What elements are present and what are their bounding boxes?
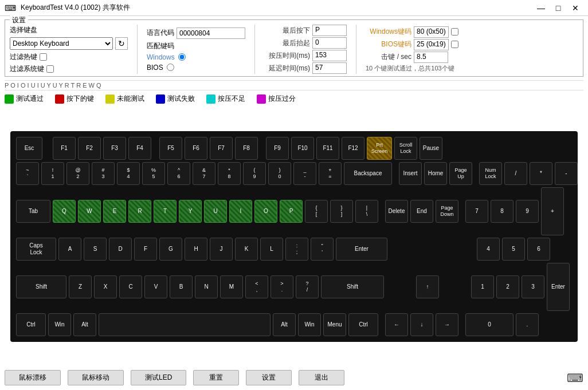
key-backslash[interactable]: |\ <box>355 200 378 223</box>
key-backtick[interactable]: ~` <box>16 162 39 185</box>
key-a[interactable]: A <box>58 238 81 261</box>
key-v[interactable]: V <box>144 275 167 298</box>
key-f4[interactable]: F4 <box>128 137 151 160</box>
key-numslash[interactable]: / <box>504 162 527 185</box>
key-w[interactable]: W <box>78 200 101 223</box>
settings-button[interactable]: 设置 <box>246 370 292 385</box>
key-scrlk[interactable]: ScrollLock <box>394 137 417 160</box>
key-left[interactable]: ← <box>385 313 408 336</box>
key-num2[interactable]: 2 <box>496 275 519 298</box>
key-delete[interactable]: Delete <box>385 200 408 223</box>
key-l[interactable]: L <box>260 238 283 261</box>
key-esc[interactable]: Esc <box>16 137 42 160</box>
key-pause[interactable]: Pause <box>420 137 442 160</box>
key-prtsc[interactable]: PrtScreen <box>367 137 392 160</box>
key-numplus[interactable]: + <box>541 187 564 235</box>
key-f11[interactable]: F11 <box>316 137 339 160</box>
key-f6[interactable]: F6 <box>185 137 207 160</box>
key-end[interactable]: End <box>410 200 433 223</box>
key-i[interactable]: I <box>229 200 252 223</box>
key-numminus[interactable]: - <box>555 162 578 185</box>
mouse-hover-button[interactable]: 鼠标漂移 <box>5 370 61 385</box>
key-pagedown[interactable]: PageDown <box>436 200 458 223</box>
key-5[interactable]: %5 <box>142 162 165 185</box>
maximize-button[interactable]: □ <box>550 2 566 14</box>
mouse-move-button[interactable]: 鼠标移动 <box>68 370 124 385</box>
bios-radio[interactable] <box>167 64 174 71</box>
key-q[interactable]: Q <box>53 200 76 223</box>
key-alt-right[interactable]: Alt <box>273 313 296 336</box>
key-num0[interactable]: 0 <box>465 313 513 336</box>
key-enter[interactable]: Enter <box>336 238 387 261</box>
key-win-left[interactable]: Win <box>48 313 71 336</box>
key-e[interactable]: E <box>103 200 126 223</box>
key-ctrl-left[interactable]: Ctrl <box>16 313 46 336</box>
key-t[interactable]: T <box>154 200 177 223</box>
key-n[interactable]: N <box>195 275 218 298</box>
key-f8[interactable]: F8 <box>235 137 258 160</box>
key-1[interactable]: !1 <box>41 162 64 185</box>
key-8[interactable]: *8 <box>218 162 241 185</box>
key-f12[interactable]: F12 <box>342 137 364 160</box>
exit-button[interactable]: 退出 <box>299 370 344 385</box>
lang-code-input[interactable]: 00000804 <box>177 27 245 39</box>
key-f7[interactable]: F7 <box>210 137 233 160</box>
key-slash[interactable]: ?/ <box>296 275 319 298</box>
key-f1[interactable]: F1 <box>53 137 76 160</box>
key-period[interactable]: >. <box>271 275 293 298</box>
reset-button[interactable]: 重置 <box>193 370 239 385</box>
key-f3[interactable]: F3 <box>103 137 126 160</box>
key-equals[interactable]: += <box>319 162 342 185</box>
key-quote[interactable]: "' <box>311 238 334 261</box>
key-shift-left[interactable]: Shift <box>16 275 66 298</box>
key-num7[interactable]: 7 <box>465 200 488 223</box>
key-j[interactable]: J <box>210 238 233 261</box>
key-z[interactable]: Z <box>69 275 92 298</box>
key-f10[interactable]: F10 <box>291 137 314 160</box>
key-tab[interactable]: Tab <box>16 200 50 223</box>
key-f9[interactable]: F9 <box>266 137 289 160</box>
minimize-button[interactable]: — <box>533 2 549 14</box>
key-num3[interactable]: 3 <box>522 275 544 298</box>
key-p[interactable]: P <box>280 200 303 223</box>
keyboard-select[interactable]: Desktop Keyboard <box>10 37 113 50</box>
key-s[interactable]: S <box>84 238 107 261</box>
key-pageup[interactable]: PageUp <box>449 162 472 185</box>
key-r[interactable]: R <box>128 200 151 223</box>
key-win-right[interactable]: Win <box>298 313 321 336</box>
key-semicolon[interactable]: :; <box>285 238 308 261</box>
key-menu[interactable]: Menu <box>323 313 346 336</box>
key-b[interactable]: B <box>170 275 193 298</box>
key-shift-right[interactable]: Shift <box>321 275 384 298</box>
bios-code-checkbox[interactable] <box>451 41 458 48</box>
key-lbracket[interactable]: {[ <box>305 200 328 223</box>
key-o[interactable]: O <box>254 200 277 223</box>
key-comma[interactable]: <, <box>245 275 268 298</box>
key-7[interactable]: &7 <box>193 162 215 185</box>
key-h[interactable]: H <box>185 238 207 261</box>
filter-system-checkbox[interactable] <box>46 65 54 73</box>
key-rbracket[interactable]: }] <box>330 200 353 223</box>
key-g[interactable]: G <box>159 238 182 261</box>
key-backspace[interactable]: Backspace <box>344 162 392 185</box>
key-right[interactable]: → <box>436 313 458 336</box>
key-minus[interactable]: _- <box>293 162 316 185</box>
key-d[interactable]: D <box>109 238 132 261</box>
key-f2[interactable]: F2 <box>78 137 101 160</box>
key-3[interactable]: #3 <box>92 162 115 185</box>
key-numdot[interactable]: . <box>516 313 539 336</box>
key-y[interactable]: Y <box>179 200 202 223</box>
key-f[interactable]: F <box>134 238 157 261</box>
key-num5[interactable]: 5 <box>502 238 525 261</box>
windows-code-checkbox[interactable] <box>451 28 458 36</box>
key-capslock[interactable]: CapsLock <box>16 238 56 261</box>
key-num8[interactable]: 8 <box>491 200 513 223</box>
refresh-button[interactable]: ↻ <box>115 37 128 50</box>
key-x[interactable]: X <box>94 275 117 298</box>
key-numstar[interactable]: * <box>530 162 552 185</box>
key-space[interactable] <box>99 313 271 336</box>
key-num1[interactable]: 1 <box>471 275 494 298</box>
windows-radio[interactable] <box>178 53 186 61</box>
key-k[interactable]: K <box>235 238 258 261</box>
key-numlock[interactable]: NumLock <box>479 162 502 185</box>
